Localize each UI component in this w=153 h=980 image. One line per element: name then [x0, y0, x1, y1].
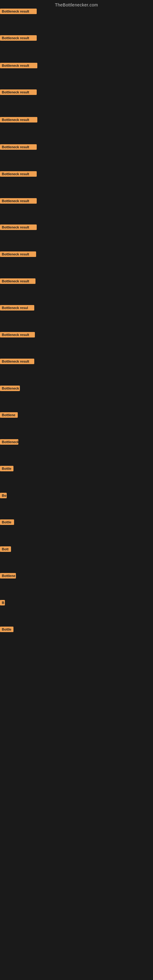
- bottleneck-badge-22[interactable]: Bottlene: [0, 573, 16, 580]
- bottleneck-badge-23[interactable]: B: [0, 600, 5, 607]
- badges-container: Bottleneck resultBottleneck resultBottle…: [0, 9, 153, 980]
- bottleneck-badge-17[interactable]: Bottleneck: [0, 439, 18, 446]
- bottleneck-badge-16[interactable]: Bottlene: [0, 412, 18, 419]
- bottleneck-badge-18[interactable]: Bottle: [0, 466, 13, 473]
- bottleneck-badge-13[interactable]: Bottleneck result: [0, 332, 35, 339]
- bottleneck-badge-12[interactable]: Bottleneck resul: [0, 305, 34, 312]
- bottleneck-badge-24[interactable]: Bottle: [0, 627, 13, 633]
- bottleneck-badge-6[interactable]: Bottleneck result: [0, 144, 37, 151]
- bottleneck-badge-7[interactable]: Bottleneck result: [0, 171, 37, 178]
- bottleneck-badge-20[interactable]: Bottle: [0, 519, 14, 526]
- bottleneck-badge-5[interactable]: Bottleneck result: [0, 117, 37, 124]
- bottleneck-badge-1[interactable]: Bottleneck result: [0, 9, 37, 15]
- bottleneck-badge-21[interactable]: Bott: [0, 546, 11, 553]
- bottleneck-badge-2[interactable]: Bottleneck result: [0, 35, 37, 42]
- bottleneck-badge-9[interactable]: Bottleneck result: [0, 224, 37, 231]
- bottleneck-badge-19[interactable]: Bo: [0, 493, 7, 500]
- bottleneck-badge-4[interactable]: Bottleneck result: [0, 89, 37, 96]
- bottleneck-badge-14[interactable]: Bottleneck result: [0, 359, 34, 365]
- bottleneck-badge-15[interactable]: Bottleneck r: [0, 385, 20, 392]
- bottleneck-badge-11[interactable]: Bottleneck result: [0, 278, 35, 285]
- bottleneck-badge-8[interactable]: Bottleneck result: [0, 198, 37, 205]
- bottleneck-badge-10[interactable]: Bottleneck result: [0, 251, 36, 258]
- bottleneck-badge-3[interactable]: Bottleneck result: [0, 63, 37, 70]
- site-title: TheBottlenecker.com: [0, 0, 153, 9]
